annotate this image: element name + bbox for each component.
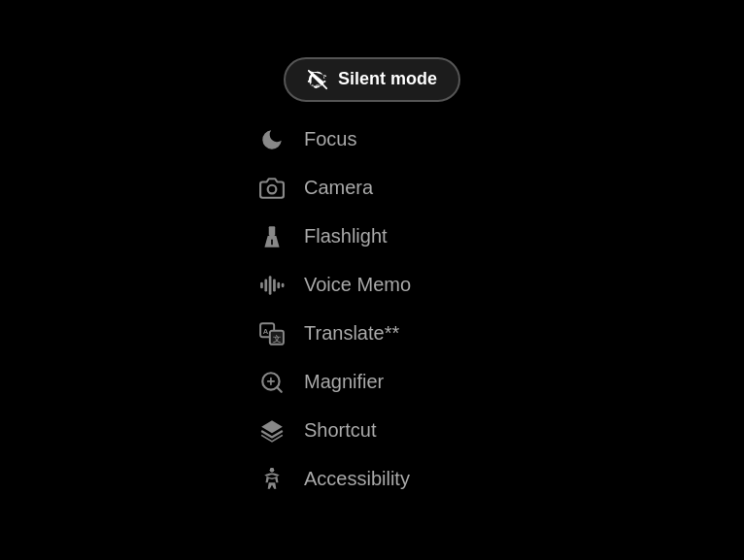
shortcut-icon (257, 416, 287, 445)
svg-text:A: A (263, 327, 269, 336)
menu-item-shortcut[interactable]: Shortcut (246, 407, 498, 455)
silent-mode-label: Silent mode (338, 69, 437, 89)
menu-item-translate[interactable]: A 文 Translate** (246, 310, 498, 358)
svg-text:文: 文 (273, 333, 281, 343)
svg-point-20 (270, 468, 274, 472)
svg-line-15 (277, 387, 282, 392)
menu-item-accessibility[interactable]: Accessibility (246, 455, 498, 504)
shortcut-label: Shortcut (304, 419, 376, 442)
flashlight-label: Flashlight (304, 225, 388, 247)
menu-container: Silent mode Focus Camera (246, 57, 498, 504)
camera-icon (257, 174, 287, 203)
svg-rect-2 (269, 226, 276, 236)
menu-item-voice-memo[interactable]: Voice Memo (246, 261, 498, 310)
accessibility-label: Accessibility (304, 468, 410, 490)
bell-slash-icon (307, 69, 328, 90)
magnifier-icon (257, 368, 287, 397)
focus-label: Focus (304, 128, 356, 150)
accessibility-icon (257, 465, 287, 494)
camera-label: Camera (304, 177, 373, 199)
svg-rect-4 (260, 281, 263, 288)
translate-icon: A 文 (257, 319, 287, 348)
svg-marker-18 (261, 420, 283, 433)
svg-rect-9 (282, 282, 285, 286)
focus-icon (257, 125, 287, 154)
translate-label: Translate** (304, 322, 399, 345)
svg-rect-8 (277, 281, 280, 288)
magnifier-label: Magnifier (304, 371, 384, 393)
svg-rect-7 (273, 279, 276, 291)
voice-memo-label: Voice Memo (304, 274, 411, 296)
flashlight-icon (257, 222, 287, 251)
svg-rect-6 (269, 276, 272, 295)
menu-item-magnifier[interactable]: Magnifier (246, 358, 498, 407)
menu-item-flashlight[interactable]: Flashlight (246, 213, 498, 261)
voice-memo-icon (257, 271, 287, 300)
svg-point-1 (268, 184, 277, 193)
svg-rect-5 (264, 279, 267, 291)
menu-item-focus[interactable]: Focus (246, 115, 498, 164)
silent-mode-button[interactable]: Silent mode (284, 57, 460, 102)
menu-item-camera[interactable]: Camera (246, 164, 498, 213)
